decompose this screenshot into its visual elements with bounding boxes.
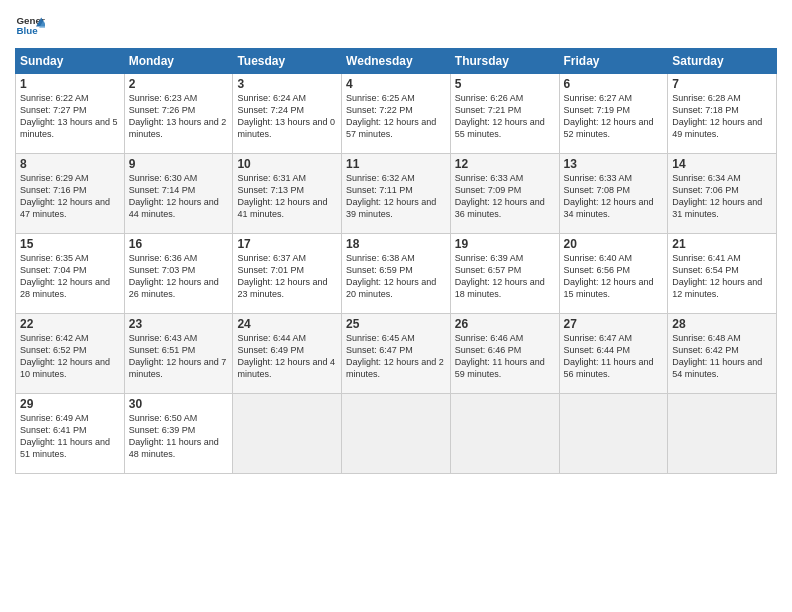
calendar-cell: 11Sunrise: 6:32 AMSunset: 7:11 PMDayligh… (342, 154, 451, 234)
calendar-cell: 25Sunrise: 6:45 AMSunset: 6:47 PMDayligh… (342, 314, 451, 394)
page-container: General Blue SundayMondayTuesdayWednesda… (0, 0, 792, 484)
day-number: 28 (672, 317, 772, 331)
calendar-cell: 28Sunrise: 6:48 AMSunset: 6:42 PMDayligh… (668, 314, 777, 394)
day-number: 4 (346, 77, 446, 91)
calendar-cell: 30Sunrise: 6:50 AMSunset: 6:39 PMDayligh… (124, 394, 233, 474)
day-number: 10 (237, 157, 337, 171)
day-number: 5 (455, 77, 555, 91)
day-number: 13 (564, 157, 664, 171)
calendar-cell: 21Sunrise: 6:41 AMSunset: 6:54 PMDayligh… (668, 234, 777, 314)
calendar-cell: 10Sunrise: 6:31 AMSunset: 7:13 PMDayligh… (233, 154, 342, 234)
calendar-cell: 14Sunrise: 6:34 AMSunset: 7:06 PMDayligh… (668, 154, 777, 234)
day-number: 7 (672, 77, 772, 91)
calendar-cell: 2Sunrise: 6:23 AMSunset: 7:26 PMDaylight… (124, 74, 233, 154)
day-info: Sunrise: 6:47 AMSunset: 6:44 PMDaylight:… (564, 332, 664, 381)
calendar-cell (668, 394, 777, 474)
calendar-cell: 22Sunrise: 6:42 AMSunset: 6:52 PMDayligh… (16, 314, 125, 394)
weekday-header-thursday: Thursday (450, 49, 559, 74)
day-info: Sunrise: 6:50 AMSunset: 6:39 PMDaylight:… (129, 412, 229, 461)
day-info: Sunrise: 6:25 AMSunset: 7:22 PMDaylight:… (346, 92, 446, 141)
day-info: Sunrise: 6:27 AMSunset: 7:19 PMDaylight:… (564, 92, 664, 141)
day-info: Sunrise: 6:46 AMSunset: 6:46 PMDaylight:… (455, 332, 555, 381)
calendar-cell: 23Sunrise: 6:43 AMSunset: 6:51 PMDayligh… (124, 314, 233, 394)
day-info: Sunrise: 6:29 AMSunset: 7:16 PMDaylight:… (20, 172, 120, 221)
day-number: 16 (129, 237, 229, 251)
weekday-header-friday: Friday (559, 49, 668, 74)
day-number: 9 (129, 157, 229, 171)
day-number: 3 (237, 77, 337, 91)
logo-icon: General Blue (15, 10, 45, 40)
day-number: 14 (672, 157, 772, 171)
day-info: Sunrise: 6:36 AMSunset: 7:03 PMDaylight:… (129, 252, 229, 301)
day-number: 1 (20, 77, 120, 91)
calendar-cell: 9Sunrise: 6:30 AMSunset: 7:14 PMDaylight… (124, 154, 233, 234)
day-info: Sunrise: 6:28 AMSunset: 7:18 PMDaylight:… (672, 92, 772, 141)
day-number: 26 (455, 317, 555, 331)
day-info: Sunrise: 6:26 AMSunset: 7:21 PMDaylight:… (455, 92, 555, 141)
calendar-cell: 15Sunrise: 6:35 AMSunset: 7:04 PMDayligh… (16, 234, 125, 314)
calendar-table: SundayMondayTuesdayWednesdayThursdayFrid… (15, 48, 777, 474)
calendar-cell: 19Sunrise: 6:39 AMSunset: 6:57 PMDayligh… (450, 234, 559, 314)
day-info: Sunrise: 6:39 AMSunset: 6:57 PMDaylight:… (455, 252, 555, 301)
day-info: Sunrise: 6:42 AMSunset: 6:52 PMDaylight:… (20, 332, 120, 381)
calendar-cell: 4Sunrise: 6:25 AMSunset: 7:22 PMDaylight… (342, 74, 451, 154)
day-info: Sunrise: 6:24 AMSunset: 7:24 PMDaylight:… (237, 92, 337, 141)
day-number: 11 (346, 157, 446, 171)
calendar-cell (342, 394, 451, 474)
day-info: Sunrise: 6:45 AMSunset: 6:47 PMDaylight:… (346, 332, 446, 381)
weekday-header-sunday: Sunday (16, 49, 125, 74)
weekday-header-tuesday: Tuesday (233, 49, 342, 74)
calendar-cell (233, 394, 342, 474)
day-info: Sunrise: 6:43 AMSunset: 6:51 PMDaylight:… (129, 332, 229, 381)
day-info: Sunrise: 6:33 AMSunset: 7:08 PMDaylight:… (564, 172, 664, 221)
day-info: Sunrise: 6:44 AMSunset: 6:49 PMDaylight:… (237, 332, 337, 381)
day-number: 24 (237, 317, 337, 331)
calendar-cell: 1Sunrise: 6:22 AMSunset: 7:27 PMDaylight… (16, 74, 125, 154)
day-number: 19 (455, 237, 555, 251)
calendar-cell: 29Sunrise: 6:49 AMSunset: 6:41 PMDayligh… (16, 394, 125, 474)
day-number: 27 (564, 317, 664, 331)
calendar-cell: 7Sunrise: 6:28 AMSunset: 7:18 PMDaylight… (668, 74, 777, 154)
weekday-header-wednesday: Wednesday (342, 49, 451, 74)
day-number: 23 (129, 317, 229, 331)
day-info: Sunrise: 6:49 AMSunset: 6:41 PMDaylight:… (20, 412, 120, 461)
day-number: 8 (20, 157, 120, 171)
day-number: 25 (346, 317, 446, 331)
calendar-cell: 27Sunrise: 6:47 AMSunset: 6:44 PMDayligh… (559, 314, 668, 394)
day-info: Sunrise: 6:38 AMSunset: 6:59 PMDaylight:… (346, 252, 446, 301)
day-number: 21 (672, 237, 772, 251)
day-info: Sunrise: 6:40 AMSunset: 6:56 PMDaylight:… (564, 252, 664, 301)
day-info: Sunrise: 6:30 AMSunset: 7:14 PMDaylight:… (129, 172, 229, 221)
day-number: 12 (455, 157, 555, 171)
day-number: 2 (129, 77, 229, 91)
calendar-cell: 26Sunrise: 6:46 AMSunset: 6:46 PMDayligh… (450, 314, 559, 394)
day-info: Sunrise: 6:37 AMSunset: 7:01 PMDaylight:… (237, 252, 337, 301)
calendar-cell: 12Sunrise: 6:33 AMSunset: 7:09 PMDayligh… (450, 154, 559, 234)
day-info: Sunrise: 6:22 AMSunset: 7:27 PMDaylight:… (20, 92, 120, 141)
day-info: Sunrise: 6:23 AMSunset: 7:26 PMDaylight:… (129, 92, 229, 141)
day-number: 20 (564, 237, 664, 251)
day-info: Sunrise: 6:41 AMSunset: 6:54 PMDaylight:… (672, 252, 772, 301)
calendar-cell: 13Sunrise: 6:33 AMSunset: 7:08 PMDayligh… (559, 154, 668, 234)
day-number: 6 (564, 77, 664, 91)
calendar-cell: 24Sunrise: 6:44 AMSunset: 6:49 PMDayligh… (233, 314, 342, 394)
calendar-cell: 18Sunrise: 6:38 AMSunset: 6:59 PMDayligh… (342, 234, 451, 314)
day-number: 17 (237, 237, 337, 251)
svg-text:Blue: Blue (17, 25, 39, 36)
day-number: 15 (20, 237, 120, 251)
day-info: Sunrise: 6:32 AMSunset: 7:11 PMDaylight:… (346, 172, 446, 221)
day-info: Sunrise: 6:35 AMSunset: 7:04 PMDaylight:… (20, 252, 120, 301)
header: General Blue (15, 10, 777, 40)
calendar-cell: 5Sunrise: 6:26 AMSunset: 7:21 PMDaylight… (450, 74, 559, 154)
calendar-cell (450, 394, 559, 474)
weekday-header-saturday: Saturday (668, 49, 777, 74)
logo: General Blue (15, 10, 45, 40)
day-info: Sunrise: 6:34 AMSunset: 7:06 PMDaylight:… (672, 172, 772, 221)
day-number: 22 (20, 317, 120, 331)
day-info: Sunrise: 6:48 AMSunset: 6:42 PMDaylight:… (672, 332, 772, 381)
calendar-cell: 6Sunrise: 6:27 AMSunset: 7:19 PMDaylight… (559, 74, 668, 154)
calendar-cell: 3Sunrise: 6:24 AMSunset: 7:24 PMDaylight… (233, 74, 342, 154)
calendar-cell: 17Sunrise: 6:37 AMSunset: 7:01 PMDayligh… (233, 234, 342, 314)
calendar-cell: 16Sunrise: 6:36 AMSunset: 7:03 PMDayligh… (124, 234, 233, 314)
day-info: Sunrise: 6:33 AMSunset: 7:09 PMDaylight:… (455, 172, 555, 221)
